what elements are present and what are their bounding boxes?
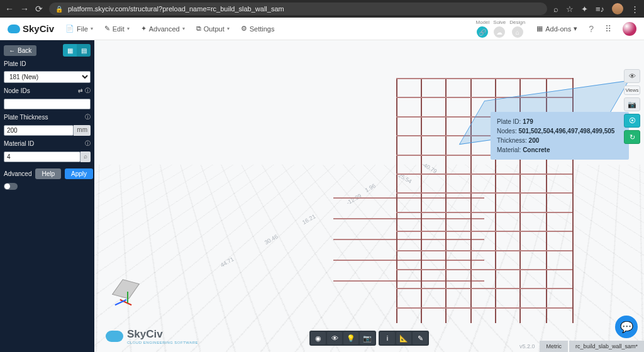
sidebar: ← Back ▦ ▤ Plate ID 181 (New) Node IDs⇄ …: [0, 40, 94, 352]
watermark-name: SkyCiv: [127, 328, 198, 341]
extensions-icon[interactable]: ✦: [581, 4, 588, 14]
step-solve[interactable]: ☁: [494, 26, 505, 38]
advanced-toggle[interactable]: [4, 183, 18, 190]
thickness-input[interactable]: [4, 125, 74, 136]
plate-id-label: Plate ID: [4, 60, 26, 67]
viewport-3d[interactable]: 44.71 30.46 16.21 -12.29 1.96 -25.54 -40…: [94, 40, 644, 352]
browser-avatar[interactable]: [612, 3, 623, 14]
card-view-toggle[interactable]: ▦: [63, 44, 77, 57]
cloud-icon: [8, 25, 20, 33]
menu-settings[interactable]: ⚙ Settings: [241, 25, 275, 33]
thickness-label: Plate Thickness: [4, 114, 48, 121]
thickness-info-icon[interactable]: ⓘ: [85, 113, 91, 121]
view-wire-icon[interactable]: 👁: [327, 332, 342, 344]
file-cell[interactable]: rc_build_slab_wall_sam*: [569, 341, 644, 352]
table-view-toggle[interactable]: ▤: [77, 44, 91, 57]
units-cell[interactable]: Metric: [540, 341, 568, 352]
camera-icon[interactable]: 📷: [624, 97, 640, 111]
node-ids-input[interactable]: [4, 99, 91, 109]
plate-tooltip: Plate ID: 179 Nodes: 501,502,504,496,497…: [491, 112, 629, 160]
menu-edit[interactable]: ✎ Edit ▾: [104, 25, 130, 33]
plate-id-select[interactable]: 181 (New): [4, 71, 91, 83]
orientation-gizmo[interactable]: [108, 277, 146, 314]
measure-icon[interactable]: 📐: [396, 332, 411, 344]
browser-chrome: ← → ⟳ 🔒 platform.skyciv.com/structural?p…: [0, 0, 644, 18]
material-info-icon[interactable]: ⓘ: [85, 140, 91, 148]
material-search-icon[interactable]: ⌕: [80, 151, 91, 162]
browser-back-icon[interactable]: ←: [5, 4, 14, 14]
menu-file[interactable]: 📄 File ▾: [65, 25, 93, 33]
material-input[interactable]: [4, 151, 80, 162]
app-logo[interactable]: SkyCiv: [8, 23, 54, 34]
help-icon[interactable]: ?: [589, 24, 594, 34]
light-icon[interactable]: 💡: [343, 332, 358, 344]
node-ids-label: Node IDs: [4, 87, 30, 94]
view-shaded-icon[interactable]: ◉: [311, 332, 326, 344]
back-button[interactable]: ← Back: [4, 45, 36, 56]
chat-fab[interactable]: 💬: [615, 316, 638, 338]
search-icon[interactable]: ⌕: [553, 4, 558, 14]
eye-icon[interactable]: 👁: [624, 69, 640, 83]
user-avatar[interactable]: [623, 22, 636, 36]
url-text: platform.skyciv.com/structural?preload_n…: [68, 5, 284, 13]
menu-output[interactable]: ⧉ Output ▾: [196, 25, 230, 33]
pencil-icon[interactable]: ✎: [413, 332, 428, 344]
apps-grid-icon[interactable]: ⠿: [605, 24, 611, 34]
material-label: Material ID: [4, 140, 34, 147]
addons-menu[interactable]: ▦ Add-ons ▾: [536, 25, 577, 33]
version-label: v5.2.0: [519, 343, 535, 349]
thickness-unit: mm: [74, 125, 91, 136]
menu-advanced[interactable]: ✦ Advanced ▾: [141, 25, 185, 33]
status-bar: v5.2.0 Metric rc_build_slab_wall_sam*: [519, 341, 644, 352]
app-header: SkyCiv 📄 File ▾ ✎ Edit ▾ ✦ Advanced ▾ ⧉ …: [0, 18, 644, 40]
watermark-tagline: CLOUD ENGINEERING SOFTWARE: [127, 341, 198, 344]
cloud-icon: [106, 331, 123, 342]
node-ids-tools[interactable]: ⇄ ⓘ: [78, 87, 91, 95]
step-model[interactable]: 🔗: [477, 26, 488, 38]
info-icon[interactable]: i: [380, 332, 395, 344]
playlist-icon[interactable]: ≡♪: [596, 4, 604, 14]
star-icon[interactable]: ☆: [566, 4, 574, 14]
solve-steps: Model🔗 Solve☁ Design⌂: [476, 19, 526, 38]
step-design[interactable]: ⌂: [512, 26, 523, 38]
advanced-label: Advanced: [4, 170, 31, 177]
sync-icon[interactable]: ↻: [624, 130, 640, 144]
bottom-toolbar: ◉ 👁 💡 📷 i 📐 ✎: [309, 331, 429, 346]
apply-button[interactable]: Apply: [65, 168, 93, 179]
lock-icon: 🔒: [55, 6, 63, 13]
watermark: SkyCiv CLOUD ENGINEERING SOFTWARE: [106, 328, 198, 344]
help-button[interactable]: Help: [35, 168, 61, 179]
browser-menu-icon[interactable]: ⋮: [631, 4, 639, 14]
screenshot-icon[interactable]: 📷: [360, 332, 375, 344]
record-icon[interactable]: ⦿: [624, 114, 640, 128]
brand-name: SkyCiv: [23, 23, 54, 34]
views-button[interactable]: Views: [624, 85, 640, 95]
right-tools: 👁 Views 📷 ⦿ ↻: [624, 69, 640, 144]
browser-forward-icon[interactable]: →: [20, 4, 29, 14]
url-bar[interactable]: 🔒 platform.skyciv.com/structural?preload…: [49, 3, 547, 15]
browser-reload-icon[interactable]: ⟳: [35, 4, 43, 14]
